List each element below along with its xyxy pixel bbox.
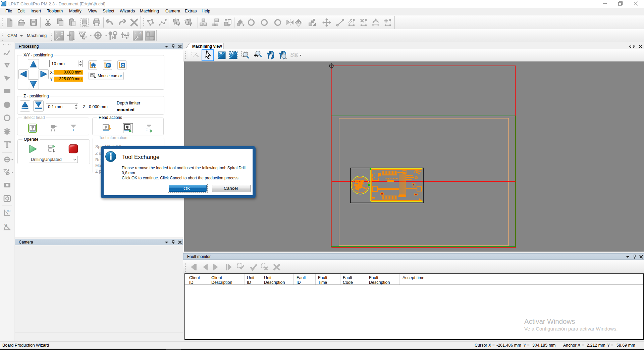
svg-text:P: P — [107, 63, 110, 68]
svg-text:2: 2 — [61, 31, 63, 35]
svg-text:90: 90 — [7, 209, 10, 213]
svg-text:45: 45 — [4, 223, 7, 226]
svg-text:4: 4 — [140, 31, 142, 35]
svg-text:O: O — [121, 63, 124, 68]
svg-text:Carga & Stinn: Carga & Stinn — [385, 178, 398, 180]
